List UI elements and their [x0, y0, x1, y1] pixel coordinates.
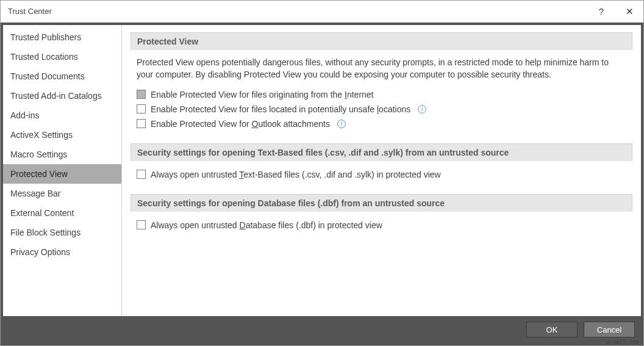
dialog-footer: OK Cancel: [3, 316, 641, 343]
sidebar-item-external-content[interactable]: External Content: [3, 203, 121, 223]
pv-row-1: Enable Protected View for files located …: [137, 102, 626, 117]
pv-checkbox-2[interactable]: [137, 119, 146, 128]
section-header-protected-view: Protected View: [131, 32, 632, 50]
pv-label-2: Enable Protected View for Outlook attach…: [151, 119, 330, 129]
pv-row-2: Enable Protected View for Outlook attach…: [137, 117, 626, 131]
info-icon[interactable]: i: [337, 120, 346, 128]
cancel-button[interactable]: Cancel: [584, 322, 635, 337]
section-body-database: Always open untrusted Database files (.d…: [131, 212, 632, 241]
help-button[interactable]: ?: [587, 1, 615, 23]
tb-checkbox-0[interactable]: [137, 170, 146, 179]
pv-checkbox-0[interactable]: [137, 90, 146, 99]
section-body-protected-view: Protected View opens potentially dangero…: [131, 50, 632, 140]
main-pane: Protected View Protected View opens pote…: [122, 25, 641, 316]
titlebar: Trust Center ? ✕: [1, 1, 643, 23]
section-header-text-based: Security settings for opening Text-Based…: [131, 143, 632, 161]
pv-row-0: Enable Protected View for files originat…: [137, 87, 626, 102]
sidebar-item-activex-settings[interactable]: ActiveX Settings: [3, 125, 121, 145]
db-row-0: Always open untrusted Database files (.d…: [137, 218, 626, 232]
protected-view-description: Protected View opens potentially dangero…: [137, 56, 626, 81]
info-icon[interactable]: i: [418, 105, 426, 114]
db-label-0: Always open untrusted Database files (.d…: [151, 220, 382, 230]
content-frame: Trusted PublishersTrusted LocationsTrust…: [3, 25, 641, 316]
sidebar-item-privacy-options[interactable]: Privacy Options: [3, 242, 121, 262]
trust-center-dialog: Trust Center ? ✕ Trusted PublishersTrust…: [0, 0, 644, 346]
sidebar-item-protected-view[interactable]: Protected View: [3, 164, 121, 184]
db-checkbox-0[interactable]: [137, 220, 146, 229]
window-title: Trust Center: [8, 7, 587, 16]
ok-button[interactable]: OK: [526, 322, 578, 337]
section-body-text-based: Always open untrusted Text-Based files (…: [131, 161, 632, 190]
sidebar-item-file-block-settings[interactable]: File Block Settings: [3, 223, 121, 242]
tb-label-0: Always open untrusted Text-Based files (…: [151, 170, 441, 179]
tb-row-0: Always open untrusted Text-Based files (…: [137, 167, 626, 182]
sidebar: Trusted PublishersTrusted LocationsTrust…: [3, 25, 122, 316]
pv-label-0: Enable Protected View for files originat…: [151, 90, 374, 99]
sidebar-item-trusted-locations[interactable]: Trusted Locations: [3, 47, 121, 67]
pv-checkbox-1[interactable]: [137, 104, 146, 114]
sidebar-item-add-ins[interactable]: Add-ins: [3, 106, 121, 125]
pv-label-1: Enable Protected View for files located …: [151, 104, 410, 114]
close-button[interactable]: ✕: [615, 1, 643, 23]
dialog-body: Trusted PublishersTrusted LocationsTrust…: [1, 23, 643, 345]
sidebar-item-trusted-add-in-catalogs[interactable]: Trusted Add-in Catalogs: [3, 86, 121, 106]
sidebar-item-message-bar[interactable]: Message Bar: [3, 184, 121, 203]
section-header-database: Security settings for opening Database f…: [131, 194, 632, 212]
sidebar-item-trusted-documents[interactable]: Trusted Documents: [3, 67, 121, 86]
sidebar-item-macro-settings[interactable]: Macro Settings: [3, 145, 121, 164]
sidebar-item-trusted-publishers[interactable]: Trusted Publishers: [3, 27, 121, 47]
